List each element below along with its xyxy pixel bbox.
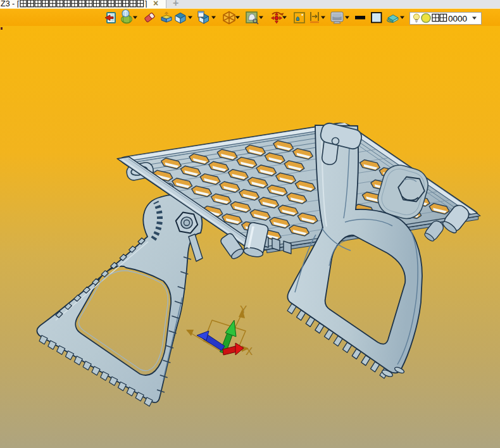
svg-text:]: ] <box>145 0 147 8</box>
svg-text:Y: Y <box>240 304 247 316</box>
svg-text:X: X <box>246 345 253 358</box>
svg-text:Z3 - [: Z3 - [ <box>1 0 20 8</box>
svg-text:0000: 0000 <box>448 14 467 23</box>
